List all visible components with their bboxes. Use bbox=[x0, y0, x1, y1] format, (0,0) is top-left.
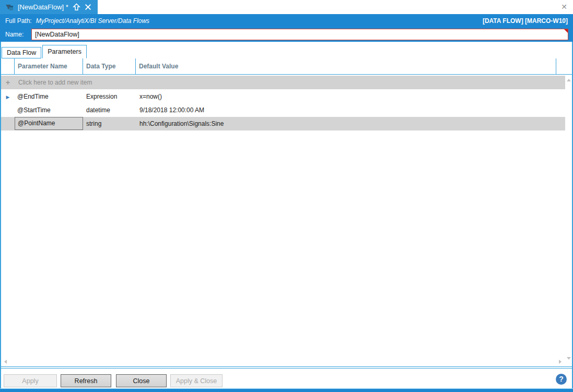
titlebar: [NewDataFlow] * ✕ bbox=[0, 0, 573, 14]
name-label: Name: bbox=[5, 31, 24, 38]
bottom-accent-strip bbox=[0, 388, 573, 392]
parameters-grid: Parameter Name Data Type Default Value +… bbox=[1, 58, 572, 367]
apply-and-close-button[interactable]: Apply & Close bbox=[170, 374, 223, 387]
document-tab[interactable]: [NewDataFlow] * bbox=[0, 0, 98, 14]
scroll-left-icon[interactable] bbox=[4, 360, 7, 364]
name-input[interactable] bbox=[32, 29, 568, 40]
header-bar: Full Path: MyProject/AnalytiX/BI Server/… bbox=[0, 14, 573, 42]
scroll-down-icon[interactable] bbox=[567, 357, 571, 360]
cell-default-value[interactable]: hh:\Configuration\Signals:Sine bbox=[136, 117, 565, 130]
dataflow-icon bbox=[5, 3, 14, 11]
promote-icon[interactable] bbox=[73, 3, 80, 11]
add-icon: + bbox=[1, 76, 15, 89]
tab-data-flow[interactable]: Data Flow bbox=[2, 47, 41, 58]
name-row: Name: bbox=[0, 27, 573, 42]
grid-body: + Click here to add new item ▶ @EndTime … bbox=[1, 76, 565, 130]
table-row[interactable]: ▶ @EndTime Expression x=now() bbox=[1, 90, 565, 103]
cell-data-type[interactable]: Expression bbox=[83, 90, 136, 103]
refresh-button[interactable]: Refresh bbox=[61, 374, 111, 387]
row-header-cell bbox=[1, 117, 15, 130]
grid-header-filler bbox=[556, 58, 572, 74]
add-new-item-row[interactable]: + Click here to add new item bbox=[1, 76, 565, 89]
document-tab-title: [NewDataFlow] * bbox=[18, 3, 68, 11]
fullpath-row: Full Path: MyProject/AnalytiX/BI Server/… bbox=[0, 14, 573, 27]
cell-default-value[interactable]: x=now() bbox=[136, 90, 565, 103]
horizontal-scrollbar[interactable] bbox=[2, 358, 564, 365]
tab-strip: Data Flow Parameters bbox=[2, 45, 87, 58]
close-button[interactable]: Close bbox=[116, 374, 167, 387]
context-label: [DATA FLOW] [MARCO-W10] bbox=[483, 17, 568, 25]
scroll-up-icon[interactable] bbox=[567, 79, 571, 81]
vertical-scrollbar[interactable] bbox=[565, 76, 572, 363]
cell-data-type[interactable]: string bbox=[83, 117, 136, 130]
dataflow-editor-window: { "window": { "doc_tab_title": "[NewData… bbox=[0, 0, 573, 392]
fullpath-label: Full Path: bbox=[5, 17, 32, 25]
scroll-right-icon[interactable] bbox=[559, 360, 562, 364]
validation-corner-icon bbox=[564, 29, 568, 33]
cell-default-value[interactable]: 9/18/2018 12:00:00 AM bbox=[136, 103, 565, 117]
cell-parameter-name[interactable]: @EndTime bbox=[15, 90, 83, 103]
table-row[interactable]: @StartTime datetime 9/18/2018 12:00:00 A… bbox=[1, 103, 565, 117]
document-tab-close-icon[interactable] bbox=[85, 4, 91, 10]
current-row-icon: ▶ bbox=[1, 90, 15, 103]
cell-parameter-name-focused[interactable]: @PointName bbox=[15, 117, 83, 130]
table-row-selected[interactable]: @PointName string hh:\Configuration\Sign… bbox=[1, 117, 565, 130]
fullpath-value: MyProject/AnalytiX/BI Server/Data Flows bbox=[36, 17, 149, 25]
column-header-data-type[interactable]: Data Type bbox=[83, 58, 136, 74]
help-icon[interactable]: ? bbox=[556, 374, 567, 385]
workspace: Data Flow Parameters Parameter Name Data… bbox=[0, 42, 573, 388]
cell-data-type[interactable]: datetime bbox=[83, 103, 136, 117]
footer-bar: Apply Refresh Close Apply & Close ? bbox=[1, 368, 572, 388]
column-header-parameter-name[interactable]: Parameter Name bbox=[15, 58, 83, 74]
name-input-wrap bbox=[31, 29, 568, 40]
window-close-icon[interactable]: ✕ bbox=[559, 2, 569, 11]
grid-header-corner bbox=[1, 58, 15, 74]
column-header-default-value[interactable]: Default Value bbox=[136, 58, 556, 74]
cell-parameter-name[interactable]: @StartTime bbox=[15, 103, 83, 117]
tab-parameters[interactable]: Parameters bbox=[42, 45, 87, 58]
grid-header-row: Parameter Name Data Type Default Value bbox=[1, 58, 572, 75]
row-header-cell bbox=[1, 103, 15, 117]
apply-button[interactable]: Apply bbox=[4, 374, 57, 387]
add-new-item-label: Click here to add new item bbox=[15, 76, 92, 89]
